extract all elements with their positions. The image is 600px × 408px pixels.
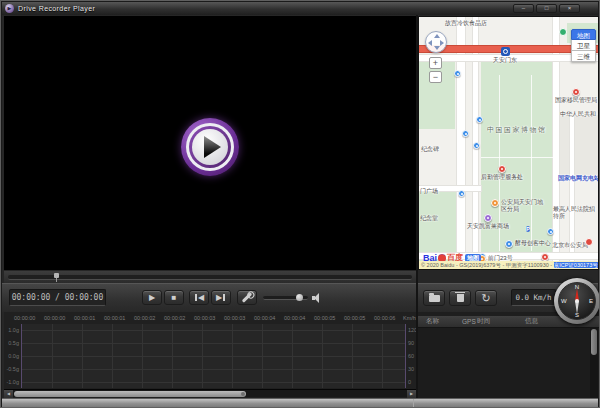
- gridline-horizontal: [22, 382, 405, 383]
- control-bar: 00:00:00 / 00:00:00 ▶ ■ ◀ ▶ ↻ 0.0 Km/h: [2, 283, 598, 312]
- column-header[interactable]: GPS: [462, 318, 477, 325]
- chart-scrollbar[interactable]: ◀ ▶: [4, 389, 416, 397]
- pan-down-icon[interactable]: [434, 46, 440, 50]
- refresh-button[interactable]: ↻: [475, 290, 497, 306]
- poi-maker-center[interactable]: 酵母创客中心: [505, 240, 551, 248]
- play-button[interactable]: ▶: [142, 290, 162, 305]
- refresh-icon: ↻: [481, 292, 490, 305]
- seekbar[interactable]: [4, 271, 416, 283]
- video-play-button[interactable]: [181, 118, 239, 176]
- maximize-button[interactable]: □: [536, 4, 557, 13]
- chart-right-axis-label: Km/h: [403, 315, 416, 321]
- chart-x-tick: 00:00:02: [164, 315, 185, 321]
- next-bar-icon: [223, 294, 225, 301]
- table-scrollbar-thumb[interactable]: [591, 329, 597, 355]
- seekbar-marker[interactable]: [54, 273, 59, 278]
- play-triangle-icon: [204, 136, 221, 158]
- chart-x-tick: 00:00:01: [104, 315, 125, 321]
- panel-divider: [416, 15, 418, 398]
- transit-stop-icon[interactable]: [476, 116, 483, 123]
- minimize-button[interactable]: –: [513, 4, 534, 13]
- map-label-charging: 国家电网充电站: [558, 175, 599, 182]
- gridline-horizontal: [22, 356, 405, 357]
- pan-right-icon[interactable]: [440, 40, 444, 46]
- map-label: 门广场: [420, 188, 438, 195]
- tools-button[interactable]: [237, 290, 257, 305]
- map-label: 纪念堂: [420, 215, 438, 222]
- folder-icon: [429, 295, 440, 302]
- copyright-highlight: 京ICP证030173号 - Data © 长地万方: [554, 262, 598, 268]
- map-buildings-block: [559, 115, 599, 177]
- pan-up-icon[interactable]: [434, 34, 440, 38]
- map-type-3d[interactable]: 三维: [571, 51, 596, 62]
- poi-logistics[interactable]: 后勤管理服务处: [481, 165, 523, 181]
- stop-icon: ■: [172, 294, 177, 302]
- pan-left-icon[interactable]: [428, 40, 432, 46]
- column-header[interactable]: 时间: [477, 317, 525, 326]
- compass-face: N S W E: [558, 282, 596, 320]
- chart-x-tick: 00:00:02: [134, 315, 155, 321]
- stop-button[interactable]: ■: [164, 290, 184, 305]
- seekbar-track[interactable]: [8, 275, 412, 280]
- red-marker-icon: [541, 253, 549, 261]
- chart-x-tick: 00:00:00: [44, 315, 65, 321]
- transit-stop-icon[interactable]: [458, 190, 465, 197]
- map-type-map[interactable]: 地图: [571, 29, 596, 40]
- prev-icon: ◀: [198, 294, 204, 302]
- map-panel[interactable]: 故宫冷饮食品店 天安门东 中国国家博物馆 国家移民管理局 中华人民共和 后勤管理…: [418, 16, 599, 270]
- chart-x-tick: 00:00:03: [194, 315, 215, 321]
- previous-frame-button[interactable]: ◀: [189, 290, 209, 305]
- transit-stop-icon[interactable]: [454, 70, 461, 77]
- map-pan-control[interactable]: [425, 31, 447, 53]
- transit-stop-icon[interactable]: [547, 228, 554, 235]
- video-panel: [4, 16, 416, 270]
- poi-label: 后勤管理服务处: [481, 174, 523, 181]
- play-button-ring: [186, 123, 234, 171]
- blue-marker-icon: [505, 240, 513, 248]
- event-table-body[interactable]: [418, 328, 599, 398]
- time-display: 00:00:00 / 00:00:00: [9, 289, 106, 306]
- poi-mall[interactable]: 天安凯富莱商场: [467, 214, 509, 230]
- scrollbar-thumb[interactable]: [14, 391, 246, 397]
- table-scrollbar[interactable]: [590, 328, 598, 398]
- transit-stop-icon[interactable]: [473, 142, 480, 149]
- map-zoom-in-button[interactable]: +: [429, 57, 442, 69]
- next-frame-button[interactable]: ▶: [211, 290, 231, 305]
- scroll-right-button[interactable]: ▶: [407, 390, 416, 398]
- map-label-museum: 中国国家博物馆: [487, 126, 547, 133]
- column-header[interactable]: 名称: [426, 317, 462, 326]
- parking-poi[interactable]: P: [526, 225, 530, 233]
- window-title: Drive Recorder Player: [18, 5, 95, 12]
- volume-slider[interactable]: [263, 296, 308, 300]
- app-icon-glyph: ▶: [8, 6, 12, 11]
- delete-button[interactable]: [449, 290, 471, 306]
- gridline-horizontal: [22, 369, 405, 370]
- chart-x-tick: 00:00:01: [74, 315, 95, 321]
- copyright-text: © 2020 Baidu - GS(2019)6379号 - 甲测资字11009…: [421, 262, 554, 268]
- app-icon: ▶: [5, 4, 14, 13]
- map-type-selector: 地图 卫星 三维: [571, 29, 596, 62]
- titlebar[interactable]: ▶ Drive Recorder Player – □ ×: [2, 2, 598, 15]
- scroll-left-button[interactable]: ◀: [4, 390, 13, 398]
- volume-thumb[interactable]: [296, 294, 303, 301]
- metro-station[interactable]: 天安门东: [493, 47, 517, 64]
- open-file-button[interactable]: [423, 290, 445, 306]
- metro-icon: [501, 47, 510, 56]
- speaker-icon[interactable]: [312, 293, 322, 303]
- map-green-block: [419, 59, 455, 129]
- transit-stop-icon[interactable]: [462, 130, 469, 137]
- red-poi-icon[interactable]: [585, 238, 593, 246]
- poi-immigration[interactable]: 国家移民管理局: [555, 88, 597, 104]
- map-type-satellite[interactable]: 卫星: [571, 40, 596, 51]
- poi-police[interactable]: 公安局天安门地区分局: [491, 199, 545, 213]
- play-icon: ▶: [149, 294, 155, 302]
- compass-hub: [575, 299, 579, 303]
- chart-x-tick: 00:00:05: [344, 315, 365, 321]
- compass-west-label: W: [561, 298, 567, 304]
- event-table: 名称GPS时间信息: [418, 312, 599, 398]
- map-label: 纪念碑: [421, 146, 439, 153]
- close-button[interactable]: ×: [559, 4, 580, 13]
- green-poi-icon[interactable]: [559, 28, 567, 36]
- orange-marker-icon: [491, 199, 499, 207]
- map-zoom-out-button[interactable]: −: [429, 71, 442, 83]
